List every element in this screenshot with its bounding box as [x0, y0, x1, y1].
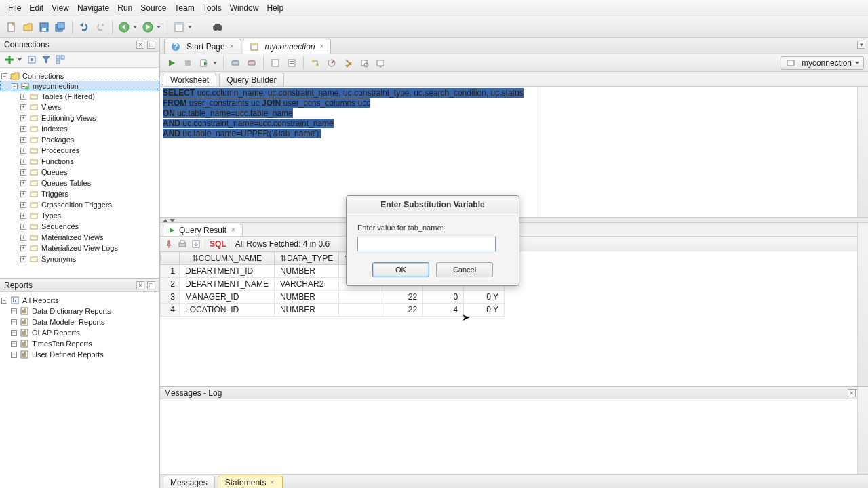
tab-menu-icon[interactable]: ▾: [857, 41, 865, 49]
expander-icon[interactable]: +: [11, 352, 17, 358]
close-icon[interactable]: ×: [229, 43, 235, 50]
tree-item[interactable]: +Materialized View Logs: [0, 243, 159, 253]
sql-label[interactable]: SQL: [210, 239, 226, 249]
minimize-icon[interactable]: ×: [136, 281, 144, 289]
tree-item[interactable]: +User Defined Reports: [0, 349, 159, 360]
tree-root[interactable]: − All Reports: [0, 295, 159, 306]
tab-worksheet[interactable]: Worksheet: [163, 73, 216, 86]
run-script-icon[interactable]: [197, 56, 212, 70]
menu-file[interactable]: File: [4, 2, 25, 14]
run-statement-icon[interactable]: [164, 56, 179, 70]
save-icon[interactable]: [37, 20, 52, 35]
unshared-sql-icon[interactable]: [268, 56, 283, 70]
forward-icon[interactable]: [140, 20, 155, 35]
tab-statements[interactable]: Statements×: [218, 476, 283, 488]
close-icon[interactable]: ×: [230, 226, 237, 234]
autotrace-icon[interactable]: [324, 56, 339, 70]
sql-tuning-icon[interactable]: [357, 56, 372, 70]
messages-body[interactable]: [160, 399, 868, 474]
menu-help[interactable]: Help: [262, 2, 288, 14]
export-icon[interactable]: [191, 239, 201, 249]
collapse-icon[interactable]: [54, 54, 66, 66]
tree-item[interactable]: +Queues Tables: [0, 178, 159, 188]
tab-query-builder[interactable]: Query Builder: [219, 73, 283, 86]
expander-icon[interactable]: +: [20, 224, 26, 230]
tab-messages[interactable]: Messages: [163, 476, 215, 488]
close-icon[interactable]: ×: [319, 43, 326, 50]
tab-query-result[interactable]: Query Result ×: [163, 224, 243, 236]
expander-icon[interactable]: +: [20, 245, 26, 251]
expander-icon[interactable]: +: [20, 256, 26, 262]
refresh-icon[interactable]: [26, 54, 38, 66]
expander-icon[interactable]: +: [20, 180, 26, 186]
clear-icon[interactable]: [340, 56, 355, 70]
menu-tools[interactable]: Tools: [199, 2, 226, 14]
tree-item[interactable]: +OLAP Reports: [0, 327, 159, 338]
menu-source[interactable]: Source: [136, 2, 170, 14]
sql-history-icon[interactable]: [284, 56, 299, 70]
pin-icon[interactable]: [164, 239, 174, 249]
tree-item[interactable]: +Materialized Views: [0, 232, 159, 243]
tree-item[interactable]: +Sequences: [0, 221, 159, 232]
menu-window[interactable]: Window: [226, 2, 263, 14]
new-icon[interactable]: [4, 20, 19, 35]
scrollbar[interactable]: [857, 387, 868, 474]
dbms-output-icon[interactable]: [373, 56, 388, 70]
scrollbar[interactable]: [857, 87, 868, 217]
expander-icon[interactable]: +: [20, 148, 26, 154]
explain-plan-icon[interactable]: [308, 56, 323, 70]
tree-item[interactable]: +Indexes: [0, 123, 159, 134]
tree-item[interactable]: +Data Modeler Reports: [0, 317, 159, 327]
tree-item[interactable]: +Functions: [0, 156, 159, 167]
tree-connection[interactable]: − myconnection: [0, 81, 159, 92]
tab-connection[interactable]: myconnection ×: [243, 39, 332, 54]
scrollbar[interactable]: [857, 223, 868, 386]
connection-selector[interactable]: myconnection: [781, 56, 864, 70]
maximize-icon[interactable]: □: [147, 41, 155, 49]
expander-icon[interactable]: +: [11, 308, 17, 314]
undo-icon[interactable]: [77, 20, 92, 35]
tree-item[interactable]: +Data Dictionary Reports: [0, 306, 159, 317]
table-row[interactable]: 3MANAGER_IDNUMBER2200 Y: [161, 291, 505, 304]
reports-tree[interactable]: − All Reports +Data Dictionary Reports+D…: [0, 292, 159, 488]
redo-icon[interactable]: [93, 20, 108, 35]
expander-icon[interactable]: +: [20, 235, 26, 241]
open-icon[interactable]: [20, 20, 35, 35]
tree-item[interactable]: +TimesTen Reports: [0, 338, 159, 349]
binoculars-icon[interactable]: [210, 20, 225, 35]
menu-run[interactable]: Run: [113, 2, 136, 14]
tab-start-page[interactable]: ? Start Page ×: [164, 39, 241, 54]
expander-icon[interactable]: +: [11, 319, 17, 325]
expander-icon[interactable]: +: [20, 94, 26, 100]
commit-icon[interactable]: [228, 56, 243, 70]
tree-item[interactable]: +Packages: [0, 134, 159, 145]
tree-item[interactable]: +Synonyms: [0, 253, 159, 264]
expander-icon[interactable]: +: [11, 341, 17, 347]
back-dropdown[interactable]: [133, 26, 139, 28]
filter-icon[interactable]: [40, 54, 52, 66]
ok-button[interactable]: OK: [372, 262, 429, 277]
menu-view[interactable]: View: [47, 2, 73, 14]
tree-root[interactable]: − Connections: [0, 70, 159, 81]
sql-worksheet-dropdown[interactable]: [188, 26, 194, 28]
substitution-value-input[interactable]: [357, 237, 496, 251]
expander-icon[interactable]: −: [12, 83, 18, 89]
close-icon[interactable]: ×: [269, 479, 275, 486]
tree-item[interactable]: +Views: [0, 102, 159, 113]
tree-item[interactable]: +Editioning Views: [0, 113, 159, 123]
menu-team[interactable]: Team: [170, 2, 198, 14]
expander-icon[interactable]: +: [20, 169, 26, 176]
expander-icon[interactable]: +: [20, 191, 26, 197]
tree-item[interactable]: +Types: [0, 210, 159, 221]
expander-icon[interactable]: +: [20, 115, 26, 121]
minimize-icon[interactable]: ×: [136, 41, 144, 49]
expander-icon[interactable]: +: [20, 213, 26, 219]
expander-icon[interactable]: −: [1, 73, 7, 79]
close-icon[interactable]: ×: [848, 389, 856, 397]
expander-icon[interactable]: +: [20, 104, 26, 110]
tree-item[interactable]: +Triggers: [0, 188, 159, 199]
tree-item[interactable]: +Procedures: [0, 145, 159, 156]
expander-icon[interactable]: +: [11, 330, 17, 336]
expander-icon[interactable]: −: [1, 298, 7, 304]
tree-item[interactable]: +Queues: [0, 167, 159, 178]
